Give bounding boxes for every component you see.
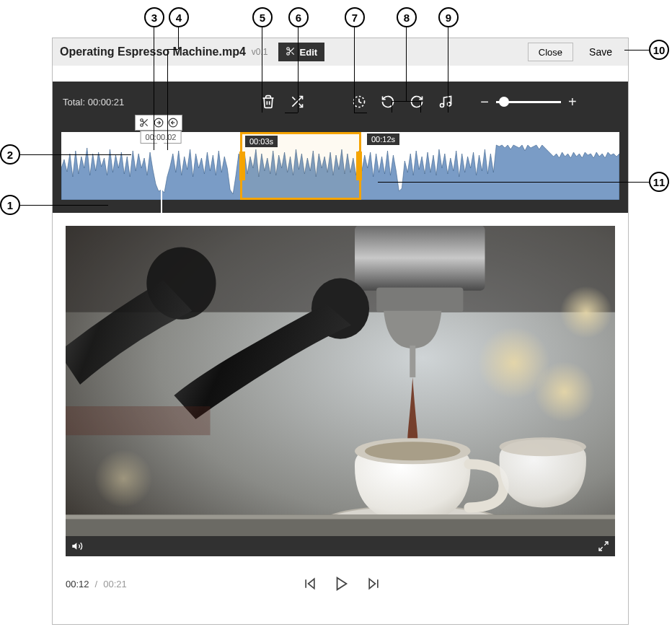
svg-rect-26	[355, 226, 485, 291]
selection-handle-right[interactable]	[356, 152, 362, 180]
fullscreen-icon[interactable]	[598, 540, 609, 552]
callout-line	[392, 101, 420, 102]
svg-point-9	[441, 104, 444, 108]
selection-handle-left[interactable]	[239, 152, 245, 180]
svg-line-7	[293, 97, 296, 100]
svg-point-36	[500, 437, 586, 456]
callout-line	[624, 50, 649, 51]
callout-6: 6	[288, 7, 309, 27]
skip-prev-button[interactable]	[302, 576, 318, 592]
callout-11: 11	[649, 172, 669, 192]
callout-line	[354, 113, 367, 113]
callout-line	[167, 49, 168, 150]
edit-label: Edit	[300, 47, 318, 58]
file-version: v0.1	[252, 47, 268, 57]
svg-point-25	[94, 450, 152, 507]
callout-line	[20, 205, 108, 206]
callout-1: 1	[0, 195, 20, 215]
playhead-tools	[135, 115, 182, 131]
time-separator: /	[95, 579, 98, 589]
scissors-icon	[286, 46, 296, 58]
svg-marker-45	[370, 579, 376, 588]
toolbar-history	[352, 95, 453, 109]
callout-3: 3	[144, 7, 164, 27]
zoom-thumb[interactable]	[499, 97, 509, 107]
callout-9: 9	[438, 7, 459, 27]
callout-line	[420, 101, 421, 113]
svg-point-35	[365, 442, 460, 460]
svg-point-12	[141, 124, 143, 127]
video-overlay-controls	[66, 536, 615, 556]
svg-point-11	[141, 119, 143, 122]
zoom-slider[interactable]	[496, 101, 561, 103]
callout-line	[285, 113, 298, 113]
callout-line	[448, 27, 448, 113]
svg-line-14	[145, 123, 147, 126]
svg-point-24	[560, 286, 612, 338]
callout-line	[167, 49, 178, 50]
current-time: 00:12	[66, 579, 89, 589]
svg-point-0	[286, 47, 289, 50]
svg-line-41	[599, 547, 603, 551]
svg-rect-31	[66, 406, 211, 435]
callout-8: 8	[397, 7, 417, 27]
undo-icon[interactable]	[381, 95, 395, 109]
arrow-left-circle-icon[interactable]	[167, 116, 180, 129]
timeline[interactable]: 00:03s 00:12s 00:00.02	[53, 122, 628, 213]
edit-button[interactable]: Edit	[278, 43, 325, 61]
music-icon[interactable]	[438, 95, 453, 109]
callout-line	[20, 154, 131, 155]
video-preview[interactable]	[66, 226, 615, 556]
callout-line	[378, 182, 649, 183]
callout-line	[262, 27, 262, 113]
redo-icon[interactable]	[410, 95, 424, 109]
svg-point-23	[534, 361, 595, 422]
selection-start-label: 00:03s	[245, 136, 278, 147]
svg-rect-27	[376, 288, 463, 312]
zoom-in-button[interactable]: +	[568, 94, 577, 110]
play-button[interactable]	[334, 576, 350, 592]
svg-line-40	[604, 542, 608, 545]
callout-line	[298, 27, 299, 113]
svg-rect-28	[410, 346, 415, 377]
cut-button[interactable]	[138, 116, 151, 129]
svg-line-3	[291, 52, 293, 54]
callout-2: 2	[0, 144, 20, 165]
svg-line-15	[143, 121, 144, 123]
save-button[interactable]: Save	[580, 43, 621, 61]
skip-next-button[interactable]	[366, 576, 381, 592]
callout-4: 4	[169, 7, 189, 27]
callout-line	[406, 27, 407, 101]
callout-10: 10	[649, 40, 669, 60]
delete-icon[interactable]	[261, 95, 275, 109]
zoom-control: − +	[480, 94, 576, 110]
callout-line	[154, 27, 154, 150]
playback-controls	[302, 576, 381, 592]
playhead-time-tooltip: 00:00.02	[141, 131, 182, 144]
svg-marker-39	[72, 543, 76, 549]
svg-line-4	[288, 49, 290, 51]
timeline-selection[interactable]: 00:03s	[240, 132, 361, 200]
callout-line	[392, 101, 392, 113]
footer-controls: 00:12 / 00:21	[53, 569, 628, 598]
svg-point-1	[286, 52, 289, 55]
total-duration: Total: 00:00:21	[63, 97, 124, 108]
callout-5: 5	[252, 7, 273, 27]
video-editor-window: Operating Espresso Machine.mp4 v0.1 Edit…	[52, 38, 629, 625]
svg-rect-38	[66, 514, 615, 519]
selection-end-label: 00:12s	[367, 133, 399, 145]
svg-marker-44	[337, 578, 347, 590]
callout-7: 7	[345, 7, 365, 27]
volume-icon[interactable]	[71, 540, 83, 552]
callout-line	[178, 27, 179, 49]
svg-marker-42	[309, 579, 314, 588]
zoom-out-button[interactable]: −	[480, 94, 489, 110]
total-time: 00:21	[103, 579, 127, 589]
close-button[interactable]: Close	[528, 43, 573, 61]
callout-line	[354, 27, 355, 113]
titlebar: Operating Espresso Machine.mp4 v0.1 Edit…	[53, 38, 628, 66]
file-title: Operating Espresso Machine.mp4	[60, 45, 246, 58]
